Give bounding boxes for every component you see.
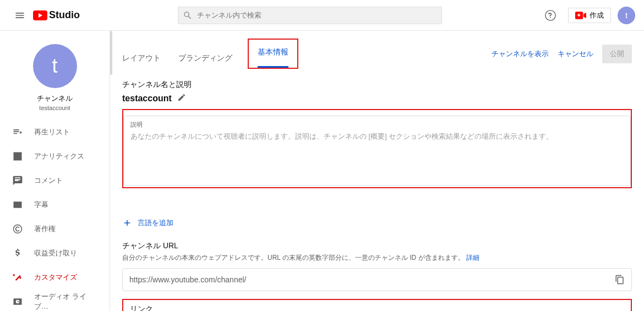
analytics-icon xyxy=(12,151,23,162)
user-avatar[interactable]: t xyxy=(618,7,635,24)
pencil-icon xyxy=(177,93,186,102)
view-channel-link[interactable]: チャンネルを表示 xyxy=(492,49,549,59)
search-input[interactable] xyxy=(197,11,437,19)
youtube-studio-logo[interactable]: Studio xyxy=(33,9,80,21)
sidebar-item-label: コメント xyxy=(34,176,63,185)
add-language-label: 言語を追加 xyxy=(138,218,173,228)
sidebar-item-label: アナリティクス xyxy=(34,151,84,161)
create-label: 作成 xyxy=(590,10,604,20)
search-icon xyxy=(183,10,193,20)
help-button[interactable] xyxy=(539,4,561,26)
playlist-icon xyxy=(12,127,23,138)
search-box[interactable] xyxy=(178,7,442,24)
sidebar-item-monetization[interactable]: 収益受け取り xyxy=(0,241,110,265)
audio-library-icon xyxy=(12,296,23,307)
add-language-button[interactable]: 言語を追加 xyxy=(122,218,632,228)
sidebar-item-label: 再生リスト xyxy=(34,127,70,137)
channel-name-value: testaccount xyxy=(122,94,172,103)
channel-url-desc: 自分のチャンネルの本来のウェブアドレスです。URL の末尾の英数字部分に、一意の… xyxy=(122,254,465,261)
youtube-icon xyxy=(33,9,47,21)
sidebar-item-label: 収益受け取り xyxy=(34,248,77,258)
sidebar-item-label: 字幕 xyxy=(34,200,48,210)
sidebar-item-subtitles[interactable]: 字幕 xyxy=(0,193,110,217)
svg-point-3 xyxy=(14,225,22,233)
comment-icon xyxy=(12,175,23,186)
sidebar-item-label: 著作権 xyxy=(34,224,56,234)
publish-button: 公開 xyxy=(602,45,632,63)
scroll-indicator xyxy=(110,31,112,75)
sidebar-item-playlists[interactable]: 再生リスト xyxy=(0,120,110,144)
tab-basic-info-highlight: 基本情報 xyxy=(248,39,298,69)
links-heading: リンク xyxy=(130,304,624,311)
dollar-icon xyxy=(12,248,23,259)
tab-layout[interactable]: レイアウト xyxy=(122,48,161,69)
copy-url-button[interactable] xyxy=(608,268,631,291)
sidebar-item-label: オーディオ ライブ… xyxy=(34,292,97,311)
description-label: 説明 xyxy=(130,121,624,129)
sidebar-item-audio-library[interactable]: オーディオ ライブ… xyxy=(0,290,110,311)
sidebar-item-label: カスタマイズ xyxy=(34,272,77,282)
channel-url-heading: チャンネル URL xyxy=(122,241,632,251)
channel-url-more-link[interactable]: 詳細 xyxy=(466,254,479,261)
video-plus-icon xyxy=(575,12,586,19)
copyright-icon xyxy=(12,223,23,234)
copy-icon xyxy=(615,275,625,285)
sidebar-item-comments[interactable]: コメント xyxy=(0,168,110,193)
help-icon xyxy=(544,9,556,21)
edit-name-button[interactable] xyxy=(177,93,186,103)
hamburger-menu-button[interactable] xyxy=(9,4,31,26)
studio-text: Studio xyxy=(49,9,80,21)
plus-icon xyxy=(122,218,132,228)
name-desc-heading: チャンネル名と説明 xyxy=(122,80,632,90)
subtitles-icon xyxy=(12,199,23,210)
hamburger-icon xyxy=(14,10,25,21)
description-field[interactable]: 説明 あなたのチャンネルについて視聴者に説明します。説明は、チャンネルの [概要… xyxy=(123,116,631,186)
channel-avatar[interactable]: t xyxy=(33,44,77,88)
description-placeholder: あなたのチャンネルについて視聴者に説明します。説明は、チャンネルの [概要] セ… xyxy=(130,131,624,143)
channel-url-value: https://www.youtube.com/channel/ xyxy=(123,275,608,284)
tab-branding[interactable]: ブランディング xyxy=(178,48,232,69)
sidebar-channel-name: testaccount xyxy=(0,105,110,111)
sidebar-item-analytics[interactable]: アナリティクス xyxy=(0,144,110,168)
tab-basic-info[interactable]: 基本情報 xyxy=(258,42,288,63)
create-button[interactable]: 作成 xyxy=(568,8,611,23)
magic-wand-icon xyxy=(12,272,23,283)
cancel-button[interactable]: キャンセル xyxy=(558,49,593,59)
sidebar-item-copyright[interactable]: 著作権 xyxy=(0,217,110,241)
sidebar-channel-label: チャンネル xyxy=(0,94,110,103)
sidebar-item-customization[interactable]: カスタマイズ xyxy=(0,265,110,290)
